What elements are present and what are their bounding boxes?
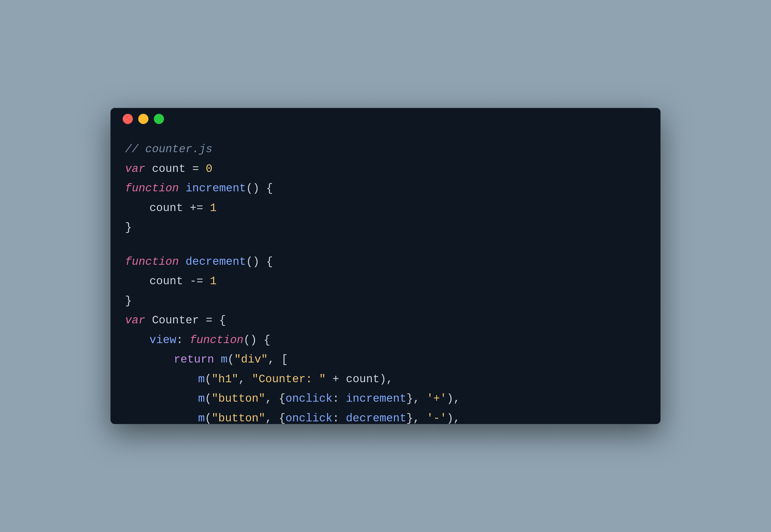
colon-1: : [176, 330, 189, 350]
counter-name: Counter [152, 311, 206, 330]
paren-close-7: ), [447, 409, 460, 424]
increment-ref: increment [346, 389, 406, 409]
comma-3: , { [265, 389, 286, 409]
brace-close-obj-1: }, [406, 389, 427, 409]
operator-minuseq: -= [190, 272, 210, 291]
paren-3: () { [243, 330, 270, 350]
paren-4: ( [228, 350, 234, 370]
string-counter: "Counter: " [252, 370, 326, 389]
code-line-close-decrement: } [125, 291, 646, 311]
colon-3: : [332, 409, 346, 424]
string-h1: "h1" [212, 370, 238, 389]
minimize-button[interactable] [138, 114, 148, 124]
code-line-button-plus: m("button", {onclick: increment}, '+'), [125, 389, 646, 409]
code-line-increment-body: count += 1 [125, 198, 646, 218]
onclick-prop-2: onclick [286, 409, 332, 424]
colon-2: : [332, 389, 346, 409]
number-one-2: 1 [210, 272, 217, 291]
keyword-var-2: var [125, 311, 152, 330]
comma-4: , { [265, 409, 286, 424]
comma-2: , [239, 370, 252, 389]
code-editor-window: // counter.js var count = 0 function inc… [110, 108, 661, 424]
keyword-var-1: var [125, 159, 152, 179]
keyword-function-1: function [125, 179, 185, 198]
titlebar [110, 108, 661, 130]
close-button[interactable] [123, 114, 133, 124]
comma-1: , [ [268, 350, 288, 370]
m-function-4: m [198, 409, 205, 424]
function-increment-name: increment [185, 179, 246, 198]
count-ident-2: count [149, 272, 190, 291]
m-function-3: m [198, 389, 205, 409]
paren-5: ( [205, 370, 212, 389]
operator-pluseq: += [190, 198, 210, 218]
string-plus: '+' [427, 389, 447, 409]
keyword-return: return [174, 350, 221, 370]
traffic-lights [123, 114, 164, 124]
keyword-function-2: function [125, 252, 185, 272]
paren-open-2: () { [246, 252, 273, 272]
code-line-return: return m("div", [ [125, 350, 646, 370]
brace-close-1: } [125, 218, 132, 238]
m-function-1: m [221, 350, 228, 370]
comment-text: // counter.js [125, 140, 213, 159]
string-div: "div" [234, 350, 268, 370]
code-line-function-decrement: function decrement() { [125, 252, 646, 272]
code-line-h1: m("h1", "Counter: " + count), [125, 370, 646, 389]
keyword-function-3: function [190, 330, 244, 350]
maximize-button[interactable] [154, 114, 164, 124]
string-button-1: "button" [212, 389, 265, 409]
var-count-name: count [152, 159, 192, 179]
code-line-var-count: var count = 0 [125, 159, 646, 179]
paren-7: ( [205, 409, 212, 424]
function-decrement-name: decrement [185, 252, 246, 272]
number-one-1: 1 [210, 198, 217, 218]
count-ident-3: count [346, 370, 379, 389]
m-function-2: m [198, 370, 205, 389]
operator-plus: + [326, 370, 346, 389]
operator-eq-2: = { [206, 311, 226, 330]
code-line-var-counter: var Counter = { [125, 311, 646, 330]
code-line-function-increment: function increment() { [125, 179, 646, 198]
code-line-comment: // counter.js [125, 140, 646, 159]
code-line-close-increment: } [125, 218, 646, 238]
brace-close-2: } [125, 291, 132, 311]
number-zero: 0 [206, 159, 213, 179]
paren-6: ( [205, 389, 212, 409]
count-ident-1: count [149, 198, 190, 218]
code-line-button-minus: m("button", {onclick: decrement}, '-'), [125, 409, 646, 424]
blank-line-1 [125, 238, 646, 252]
operator-eq-1: = [192, 159, 206, 179]
paren-close-5: ), [379, 370, 393, 389]
code-line-decrement-body: count -= 1 [125, 272, 646, 291]
paren-close-6: ), [447, 389, 460, 409]
decrement-ref: decrement [346, 409, 406, 424]
string-minus: '-' [427, 409, 447, 424]
code-line-view: view: function() { [125, 330, 646, 350]
code-area: // counter.js var count = 0 function inc… [110, 130, 661, 424]
onclick-prop-1: onclick [286, 389, 332, 409]
brace-close-obj-2: }, [406, 409, 427, 424]
paren-open-1: () { [246, 179, 273, 198]
view-property: view [149, 330, 176, 350]
string-button-2: "button" [212, 409, 265, 424]
